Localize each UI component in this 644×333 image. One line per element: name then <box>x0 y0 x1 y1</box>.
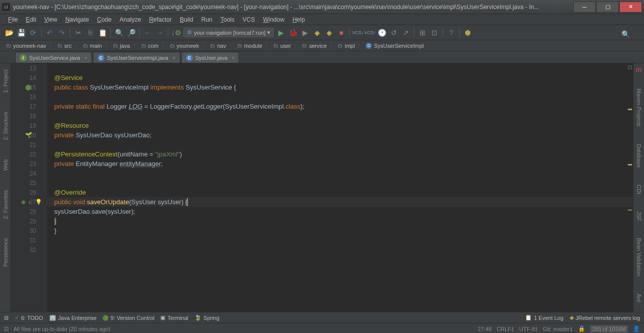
redo-icon[interactable]: ↷ <box>57 28 67 38</box>
bc-item[interactable]: 🗀module <box>235 43 264 49</box>
bc-item[interactable]: 🗀youmeek <box>168 43 201 49</box>
tool-version-control[interactable]: ⬤9: Version Control <box>102 314 154 321</box>
menu-window[interactable]: Window <box>259 15 288 24</box>
bc-item[interactable]: 🗀impl <box>336 43 357 49</box>
menu-vcs[interactable]: VCS <box>239 15 259 24</box>
bc-item[interactable]: 🗀nav <box>208 43 228 49</box>
tool-ant[interactable]: Ant <box>636 292 642 304</box>
menu-help[interactable]: Help <box>288 15 309 24</box>
cut-icon[interactable]: ✂ <box>73 28 83 38</box>
tool-web[interactable]: Web <box>3 157 9 173</box>
bulb-icon[interactable]: 💡 <box>35 199 42 205</box>
run-config-selector[interactable]: ⚙ your-navigation [tomcat7:run] ▾ <box>183 28 274 37</box>
tab-sysuser[interactable]: C SysUser.java × <box>181 52 240 63</box>
tool-bean-validation[interactable]: Bean Validation <box>636 236 642 278</box>
paste-icon[interactable]: 📋 <box>97 28 108 38</box>
forward-icon[interactable]: → <box>155 28 165 38</box>
tool-terminal[interactable]: ▣Terminal <box>160 314 188 321</box>
tool-favorites[interactable]: 2: Favorites <box>3 188 9 221</box>
copy-icon[interactable]: ⎘ <box>85 28 95 38</box>
bc-item[interactable]: 🗀java <box>111 43 132 49</box>
hector-icon[interactable]: 👤 <box>633 325 640 332</box>
status-icon[interactable]: ⊡ <box>4 325 9 332</box>
tool-jrebel-log[interactable]: ◆JRebel remote servers log <box>570 314 640 321</box>
tool-event-log[interactable]: 📋1 Event Log <box>525 314 564 321</box>
info-marker[interactable] <box>628 209 632 211</box>
search-icon[interactable]: 🔍 <box>621 30 630 38</box>
warning-marker[interactable] <box>628 109 632 110</box>
stop-icon[interactable]: ■ <box>336 28 346 38</box>
bc-item[interactable]: 🗀src <box>55 43 74 49</box>
menu-refactor[interactable]: Refactor <box>145 15 176 24</box>
menu-view[interactable]: View <box>40 15 61 24</box>
tab-sysuserservice[interactable]: I SysUserService.java × <box>15 52 92 63</box>
close-tab-icon[interactable]: × <box>232 55 235 61</box>
tool-cdi[interactable]: CDI <box>636 183 642 196</box>
menu-tools[interactable]: Tools <box>217 15 239 24</box>
bean-icon[interactable]: 🌱 <box>25 132 32 138</box>
menu-code[interactable]: Code <box>93 15 116 24</box>
replace-icon[interactable]: 🔎 <box>126 28 136 38</box>
inspection-indicator[interactable] <box>628 65 632 69</box>
vcs-push-icon[interactable]: ↗ <box>401 28 411 38</box>
menu-navigate[interactable]: Navigate <box>61 15 93 24</box>
menu-file[interactable]: File <box>4 15 22 24</box>
save-icon[interactable]: 💾 <box>16 28 26 38</box>
menu-analyze[interactable]: Analyze <box>116 15 145 24</box>
tool-database[interactable]: Database <box>636 142 642 170</box>
maximize-button[interactable]: ▢ <box>596 2 619 13</box>
warning-marker[interactable] <box>628 164 632 165</box>
sync-icon[interactable]: ⟳ <box>28 28 38 38</box>
jrebel-debug-icon[interactable]: ◆ <box>324 28 334 38</box>
editor[interactable]: @Service public class SysUserServiceImpl… <box>47 63 633 312</box>
bc-class[interactable]: CSysUserServiceImpl <box>364 43 425 49</box>
tool-java-enterprise[interactable]: 🏢Java Enterprise <box>49 314 96 321</box>
bc-item[interactable]: 🗀main <box>81 43 104 49</box>
implements-icon[interactable]: ⬤ <box>25 84 31 91</box>
undo-icon[interactable]: ↶ <box>45 28 55 38</box>
lock-icon[interactable]: 🔒 <box>578 325 585 332</box>
status-line-separator[interactable]: CRLF‡ <box>497 326 514 332</box>
menu-edit[interactable]: Edit <box>22 15 40 24</box>
status-encoding[interactable]: UTF-8‡ <box>519 326 538 332</box>
close-tab-icon[interactable]: × <box>84 55 87 61</box>
maven-icon[interactable]: m <box>635 65 641 73</box>
close-tab-icon[interactable]: × <box>172 55 175 61</box>
bc-item[interactable]: 🗀service <box>300 43 329 49</box>
tab-sysuserserviceimpl[interactable]: C SysUserServiceImpl.java × <box>93 52 180 63</box>
menu-build[interactable]: Build <box>176 15 197 24</box>
override-up-icon[interactable]: ↑ <box>28 199 31 205</box>
status-git[interactable]: Git: master‡ <box>543 326 573 332</box>
help-icon[interactable]: ? <box>446 28 456 38</box>
vcs-history-icon[interactable]: 🕐 <box>377 28 387 38</box>
gutter[interactable]: 13 14 15⬤ 16 17 18 19 20🌱 21 22 23 24 25… <box>11 63 47 312</box>
status-position[interactable]: 27:48 <box>478 326 492 332</box>
tool-jsf[interactable]: JSF <box>636 209 642 223</box>
coverage-icon[interactable]: ▶ <box>300 28 310 38</box>
structure-icon[interactable]: ⊞ <box>417 28 427 38</box>
tool-todo[interactable]: ✓6: TODO <box>15 314 43 321</box>
run-icon[interactable]: ▶ <box>276 28 286 38</box>
bc-item[interactable]: 🗀com <box>139 43 161 49</box>
status-memory[interactable]: 255 of 1016M <box>590 325 628 332</box>
tool-project[interactable]: 1: Project <box>3 67 9 95</box>
open-icon[interactable]: 📂 <box>4 28 14 38</box>
bottom-hide-icon[interactable]: ⊟ <box>4 314 9 321</box>
vcs-revert-icon[interactable]: ↺ <box>389 28 399 38</box>
debug-icon[interactable]: 🐞 <box>288 28 298 38</box>
bc-root[interactable]: 🗀youmeek-nav <box>4 43 48 49</box>
close-button[interactable]: ✕ <box>619 2 642 13</box>
find-icon[interactable]: 🔍 <box>114 28 124 38</box>
vcs-commit-icon[interactable]: VCS↑ <box>365 28 375 38</box>
build-icon[interactable]: ↓⚙ <box>171 28 181 38</box>
tool-persistence[interactable]: Persistence <box>3 236 9 269</box>
back-icon[interactable]: ← <box>143 28 153 38</box>
vcs-update-icon[interactable]: VCS↓ <box>353 28 363 38</box>
jrebel-icon[interactable]: ⬢ <box>463 28 473 38</box>
tool-maven[interactable]: Maven Projects <box>636 87 642 129</box>
jrebel-run-icon[interactable]: ◆ <box>312 28 322 38</box>
settings-icon[interactable]: ⊡ <box>430 28 440 38</box>
menu-run[interactable]: Run <box>197 15 217 24</box>
tool-structure[interactable]: 2: Structure <box>3 110 9 142</box>
tool-spring[interactable]: 🍃Spring <box>194 314 220 321</box>
